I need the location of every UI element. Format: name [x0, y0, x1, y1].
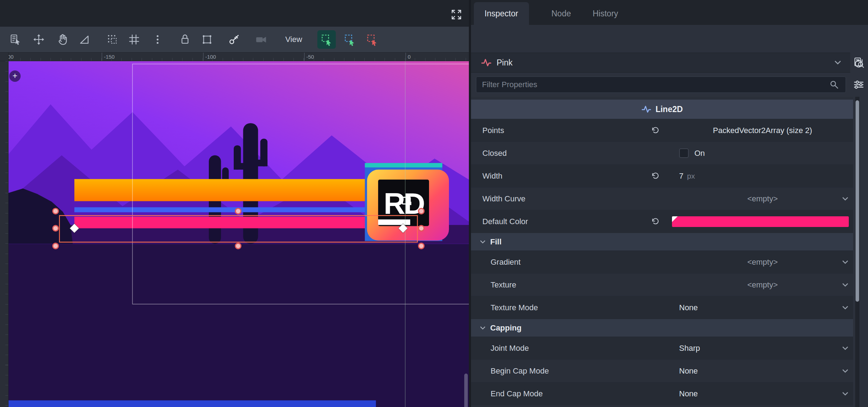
tab-history[interactable]: History	[582, 2, 629, 25]
expand-viewport-icon[interactable]	[450, 8, 463, 21]
selection-handle[interactable]	[53, 243, 58, 249]
toggle-select-green-icon[interactable]	[317, 30, 336, 49]
gradient-dropdown[interactable]: <empty>	[672, 251, 853, 273]
property-tools-icon[interactable]	[852, 78, 866, 92]
search-help-doc-icon[interactable]	[852, 56, 866, 70]
tab-node[interactable]: Node	[541, 2, 582, 25]
chevron-down-icon	[842, 391, 849, 396]
pink-line2d[interactable]	[74, 217, 403, 228]
chevron-down-icon	[842, 196, 849, 201]
property-label: Joint Mode	[491, 344, 529, 353]
group-icon[interactable]	[199, 32, 215, 47]
section-capping[interactable]: Capping	[471, 319, 853, 337]
property-row-default-color: Default Color	[471, 210, 853, 233]
chevron-down-icon	[842, 346, 849, 351]
ruler-minor-ticks	[5, 61, 8, 407]
default-color-swatch[interactable]	[672, 216, 849, 227]
ruler-minor-ticks	[0, 58, 469, 61]
smart-snap-icon[interactable]	[105, 32, 120, 47]
2d-viewport: View -200 -150 -100	[0, 0, 469, 407]
edited-object-selector[interactable]: Pink	[471, 53, 850, 73]
horizontal-ruler[interactable]: -200 -150 -100 -50 0	[0, 53, 469, 61]
viewport-vertical-scrollbar[interactable]	[464, 374, 468, 407]
inspector-scrollbar-track[interactable]	[855, 97, 859, 407]
scene-canvas[interactable]: +	[9, 61, 469, 407]
property-row-width: Width 7 px	[471, 164, 853, 187]
section-collapse-icon	[480, 239, 486, 244]
property-label: Width	[482, 171, 502, 181]
selection-handle[interactable]	[53, 226, 58, 231]
vertical-ruler[interactable]	[0, 61, 9, 407]
filter-properties-input[interactable]	[476, 76, 846, 93]
camera-preview-icon[interactable]	[253, 32, 269, 47]
ruler-label: -50	[306, 54, 314, 60]
property-label: End Cap Mode	[491, 389, 543, 398]
toggle-select-red-icon[interactable]	[363, 30, 381, 49]
property-row-points: Points PackedVector2Array (size 2)	[471, 119, 853, 142]
revert-icon[interactable]	[651, 171, 660, 181]
property-label: Default Color	[482, 217, 528, 226]
property-row-end-cap-mode: End Cap Mode None	[471, 382, 853, 405]
scene[interactable]: RD	[9, 61, 469, 407]
snap-options-icon[interactable]	[150, 32, 165, 47]
chevron-down-icon	[834, 60, 842, 65]
scale-mode-icon[interactable]	[76, 32, 92, 47]
lock-icon[interactable]	[177, 32, 193, 47]
property-row-texture: Texture <empty>	[471, 273, 853, 296]
select-mode-icon[interactable]	[8, 32, 23, 47]
insert-key-icon[interactable]	[226, 32, 242, 47]
selection-handle[interactable]	[235, 243, 241, 249]
ruler-label: 0	[408, 54, 411, 60]
selection-handle[interactable]	[235, 208, 241, 214]
ruler-tick	[203, 53, 203, 61]
closed-checkbox[interactable]	[679, 148, 689, 158]
ruler-tick	[406, 53, 406, 61]
property-row-joint-mode: Joint Mode Sharp	[471, 337, 853, 359]
inspector-scrollbar-thumb[interactable]	[856, 100, 859, 302]
grid-snap-icon[interactable]	[126, 32, 142, 47]
revert-icon[interactable]	[651, 126, 660, 135]
node-gizmo-dot	[408, 202, 411, 205]
tab-inspector[interactable]: Inspector	[474, 2, 529, 25]
property-label: Points	[471, 119, 672, 142]
joint-mode-dropdown[interactable]: Sharp	[672, 337, 853, 359]
property-label: Gradient	[491, 258, 520, 267]
selection-handle[interactable]	[418, 226, 424, 231]
selection-handle[interactable]	[53, 208, 58, 214]
begin-cap-mode-dropdown[interactable]: None	[672, 360, 853, 382]
move-mode-icon[interactable]	[31, 32, 47, 47]
inspector-dock: Inspector Node History	[471, 0, 868, 407]
property-label: Width Curve	[482, 194, 525, 204]
selection-handle[interactable]	[418, 243, 424, 249]
ruler-tick	[304, 53, 305, 61]
property-label: Begin Cap Mode	[491, 366, 549, 376]
texture-dropdown[interactable]: <empty>	[672, 274, 853, 296]
viewport-toolbar: View	[0, 27, 469, 53]
width-curve-dropdown[interactable]: <empty>	[672, 187, 853, 210]
selection-handle[interactable]	[418, 208, 424, 214]
section-fill[interactable]: Fill	[471, 233, 853, 250]
property-row-gradient: Gradient <empty>	[471, 250, 853, 273]
toggle-select-blue-icon[interactable]	[340, 30, 359, 49]
ruler-label: -150	[104, 54, 115, 60]
zoom-plus-button[interactable]: +	[9, 70, 21, 82]
property-label: Texture Mode	[491, 303, 538, 312]
view-menu-button[interactable]: View	[280, 32, 307, 47]
texture-mode-dropdown[interactable]: None	[672, 296, 853, 319]
end-cap-mode-dropdown[interactable]: None	[672, 382, 853, 405]
property-row-width-curve: Width Curve <empty>	[471, 187, 853, 210]
chevron-down-icon	[842, 369, 849, 374]
chevron-down-icon	[842, 260, 849, 265]
ruler-tick	[102, 53, 102, 61]
ruler-corner	[0, 53, 9, 61]
points-value[interactable]: PackedVector2Array (size 2)	[672, 119, 853, 142]
scene-bottom-bar	[9, 400, 376, 407]
pan-mode-icon[interactable]	[55, 32, 70, 47]
revert-icon[interactable]	[651, 217, 660, 226]
property-row-sharp-limit: Sharp Limit	[471, 405, 853, 407]
category-label: Line2D	[656, 105, 683, 114]
inspector-properties: Line2D Points PackedVector2Array (size 2…	[471, 97, 853, 407]
unit-label: px	[687, 172, 695, 180]
width-spinbox[interactable]: 7 px	[672, 165, 853, 187]
property-row-begin-cap-mode: Begin Cap Mode None	[471, 359, 853, 382]
